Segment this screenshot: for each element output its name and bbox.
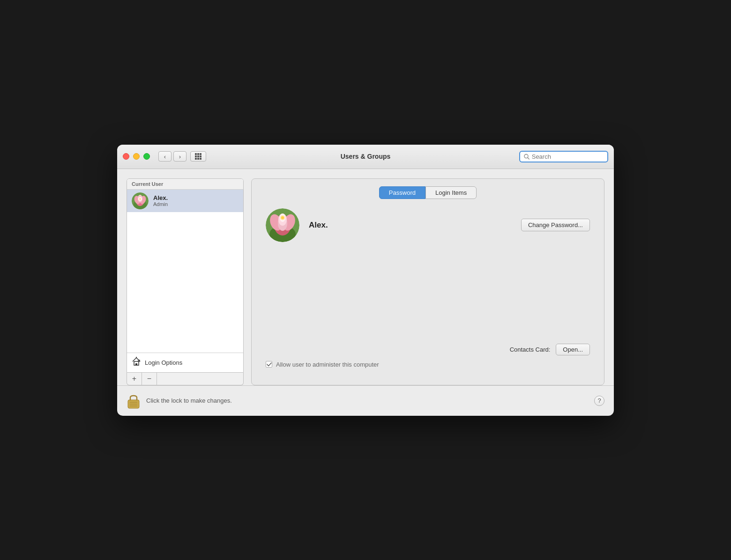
right-panel: Password Login Items (251, 178, 604, 385)
lock-button[interactable] (127, 392, 141, 409)
maximize-button[interactable] (143, 153, 150, 160)
search-icon (524, 154, 530, 160)
minimize-button[interactable] (133, 153, 140, 160)
avatar (132, 192, 149, 209)
sidebar-item-user[interactable]: Alex. Admin (127, 190, 243, 212)
change-password-button[interactable]: Change Password... (521, 219, 590, 231)
forward-icon: › (179, 153, 181, 160)
grid-view-button[interactable] (190, 151, 206, 162)
contacts-card-label: Contacts Card: (510, 346, 551, 353)
search-box[interactable] (519, 151, 608, 162)
nav-buttons: ‹ › (158, 151, 186, 162)
add-user-button[interactable]: + (127, 373, 142, 385)
svg-point-10 (139, 198, 141, 200)
allow-admin-label: Allow user to administer this computer (276, 361, 379, 368)
grid-icon (195, 153, 201, 160)
user-name: Alex. (153, 194, 168, 201)
main-window: ‹ › Users & Groups Curr (117, 145, 614, 416)
traffic-lights (123, 153, 150, 160)
sidebar-list: Current User (127, 178, 244, 373)
sidebar: Current User (127, 178, 244, 385)
open-contacts-button[interactable]: Open... (556, 344, 590, 355)
tabs-row: Password Login Items (252, 179, 604, 199)
sidebar-controls: + − (127, 373, 244, 385)
tab-password[interactable]: Password (379, 186, 425, 199)
back-button[interactable]: ‹ (158, 151, 172, 162)
search-input[interactable] (532, 153, 604, 160)
main-content: Current User (117, 169, 614, 385)
svg-point-25 (281, 216, 284, 219)
help-button[interactable]: ? (594, 396, 604, 406)
profile-avatar (266, 208, 299, 242)
svg-line-1 (528, 157, 529, 159)
lock-label: Click the lock to make changes. (146, 397, 232, 404)
user-role: Admin (153, 201, 168, 207)
forward-button[interactable]: › (173, 151, 186, 162)
panel-spacer (266, 251, 590, 344)
tab-login-items[interactable]: Login Items (425, 186, 477, 199)
allow-admin-checkbox[interactable] (266, 361, 272, 368)
house-icon (132, 357, 141, 368)
window-title: Users & Groups (341, 153, 391, 160)
login-options-label: Login Options (145, 359, 182, 366)
bottom-bar: Click the lock to make changes. ? (117, 385, 614, 416)
profile-username: Alex. (309, 221, 328, 230)
titlebar: ‹ › Users & Groups (117, 145, 614, 169)
allow-admin-row: Allow user to administer this computer (266, 361, 590, 368)
close-button[interactable] (123, 153, 129, 160)
lock-icon (127, 392, 141, 409)
user-info: Alex. Admin (153, 194, 168, 207)
panel-body: Alex. Change Password... Contacts Card: … (252, 199, 604, 385)
contacts-row: Contacts Card: Open... (266, 344, 590, 355)
user-section: Alex. Change Password... (266, 208, 590, 242)
svg-rect-12 (135, 363, 137, 365)
remove-user-button[interactable]: − (142, 373, 157, 385)
back-icon: ‹ (164, 153, 166, 160)
sidebar-empty-area (127, 212, 243, 353)
sidebar-section-header: Current User (127, 179, 243, 190)
login-options-row[interactable]: Login Options (127, 353, 243, 372)
